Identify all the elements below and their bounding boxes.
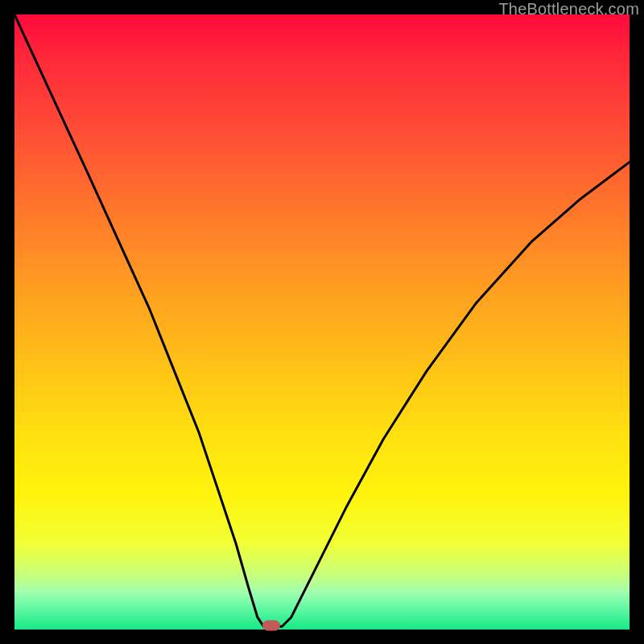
chart-frame: TheBottleneck.com bbox=[0, 0, 644, 644]
plot-area bbox=[14, 14, 630, 630]
optimum-marker bbox=[262, 620, 280, 630]
curve-path bbox=[14, 14, 630, 626]
curve-svg bbox=[14, 14, 630, 630]
watermark-text: TheBottleneck.com bbox=[498, 0, 639, 19]
